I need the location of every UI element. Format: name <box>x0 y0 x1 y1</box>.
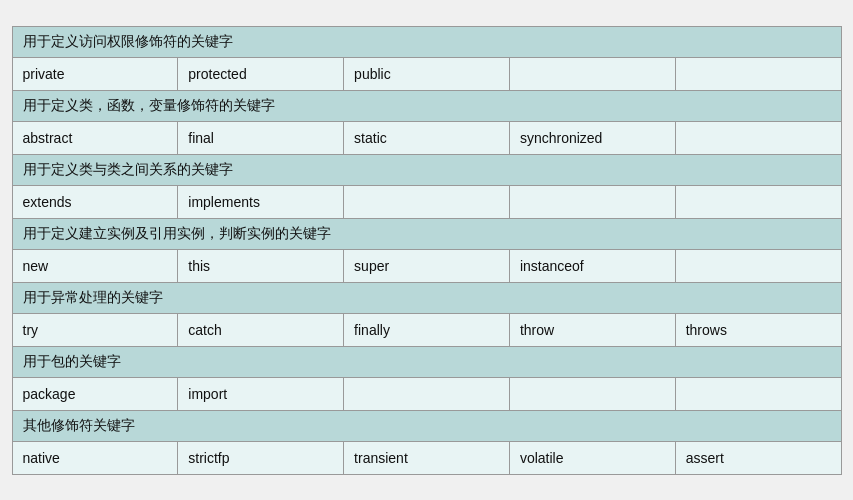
table-cell: new <box>12 249 178 282</box>
table-cell: package <box>12 377 178 410</box>
table-cell: abstract <box>12 121 178 154</box>
table-cell: this <box>178 249 344 282</box>
table-cell: protected <box>178 57 344 90</box>
table-cell: implements <box>178 185 344 218</box>
table-container: 用于定义访问权限修饰符的关键字privateprotectedpublic用于定… <box>0 0 853 500</box>
table-cell <box>344 377 510 410</box>
table-cell <box>675 185 841 218</box>
table-row: abstractfinalstaticsynchronized <box>12 121 841 154</box>
table-cell <box>509 185 675 218</box>
table-row: privateprotectedpublic <box>12 57 841 90</box>
table-row: packageimport <box>12 377 841 410</box>
table-cell: static <box>344 121 510 154</box>
table-cell <box>509 57 675 90</box>
table-cell: catch <box>178 313 344 346</box>
table-cell: native <box>12 441 178 474</box>
table-cell <box>509 377 675 410</box>
table-cell <box>344 185 510 218</box>
table-cell: volatile <box>509 441 675 474</box>
section-header-0: 用于定义访问权限修饰符的关键字 <box>12 26 841 57</box>
section-header-5: 用于包的关键字 <box>12 346 841 377</box>
table-cell: public <box>344 57 510 90</box>
table-cell: assert <box>675 441 841 474</box>
table-cell: strictfp <box>178 441 344 474</box>
table-cell: throws <box>675 313 841 346</box>
keywords-table: 用于定义访问权限修饰符的关键字privateprotectedpublic用于定… <box>12 26 842 475</box>
table-row: extendsimplements <box>12 185 841 218</box>
table-cell: throw <box>509 313 675 346</box>
section-header-3: 用于定义建立实例及引用实例，判断实例的关键字 <box>12 218 841 249</box>
table-cell <box>675 249 841 282</box>
table-cell: final <box>178 121 344 154</box>
table-cell: try <box>12 313 178 346</box>
section-header-2: 用于定义类与类之间关系的关键字 <box>12 154 841 185</box>
table-cell: transient <box>344 441 510 474</box>
table-cell <box>675 57 841 90</box>
table-cell: extends <box>12 185 178 218</box>
table-cell: private <box>12 57 178 90</box>
table-row: nativestrictfptransientvolatileassert <box>12 441 841 474</box>
table-cell: super <box>344 249 510 282</box>
section-header-6: 其他修饰符关键字 <box>12 410 841 441</box>
table-row: newthissuperinstanceof <box>12 249 841 282</box>
table-cell: import <box>178 377 344 410</box>
table-cell <box>675 377 841 410</box>
section-header-1: 用于定义类，函数，变量修饰符的关键字 <box>12 90 841 121</box>
table-cell: synchronized <box>509 121 675 154</box>
table-cell: finally <box>344 313 510 346</box>
table-row: trycatchfinallythrowthrows <box>12 313 841 346</box>
table-cell: instanceof <box>509 249 675 282</box>
section-header-4: 用于异常处理的关键字 <box>12 282 841 313</box>
table-cell <box>675 121 841 154</box>
